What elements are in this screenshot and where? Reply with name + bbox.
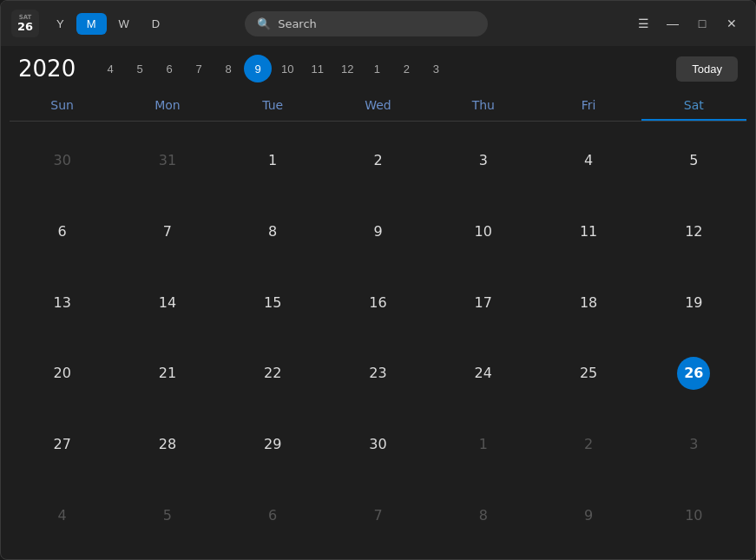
calendar-cell[interactable]: 5 — [115, 479, 220, 550]
calendar-cell[interactable]: 18 — [536, 267, 641, 338]
month-tab-6[interactable]: 6 — [155, 55, 183, 82]
calendar-cell[interactable]: 4 — [10, 479, 115, 550]
calendar-cell[interactable]: 24 — [431, 338, 536, 409]
calendar-cell[interactable]: 14 — [115, 267, 220, 338]
search-icon: 🔍 — [257, 17, 271, 30]
calendar-cell[interactable]: 6 — [220, 479, 325, 550]
minimize-button[interactable]: — — [660, 13, 686, 34]
calendar-cell[interactable]: 9 — [536, 479, 641, 550]
close-button[interactable]: ✕ — [719, 13, 745, 34]
calendar-cell[interactable]: 21 — [115, 338, 220, 409]
calendar-cell[interactable]: 29 — [220, 409, 325, 480]
month-tab-1[interactable]: 1 — [363, 55, 391, 82]
day-number: 10 — [677, 498, 710, 531]
app-window: SAT 26 YMWD 🔍 Search ☰ — □ ✕ 2020 456789… — [0, 0, 756, 560]
calendar-cell[interactable]: 23 — [325, 338, 431, 409]
search-label: Search — [278, 17, 317, 30]
calendar-cell[interactable]: 30 — [325, 409, 431, 480]
year-label: 2020 — [18, 56, 88, 82]
month-tab-9[interactable]: 9 — [244, 55, 272, 82]
calendar-cell[interactable]: 15 — [220, 267, 325, 338]
view-btn-week[interactable]: W — [108, 13, 140, 35]
day-number: 13 — [46, 286, 79, 319]
calendar-grid: 3031123456789101112131415161718192021222… — [10, 125, 746, 550]
calendar-cell[interactable]: 2 — [325, 125, 431, 196]
month-tab-12[interactable]: 12 — [333, 55, 361, 82]
calendar-cell[interactable]: 1 — [220, 125, 325, 196]
day-number: 22 — [256, 357, 289, 390]
calendar-cell[interactable]: 9 — [325, 196, 431, 267]
app-icon: SAT 26 — [11, 10, 39, 37]
day-number: 28 — [151, 427, 184, 460]
calendar-cell[interactable]: 10 — [641, 479, 746, 550]
calendar-cell[interactable]: 11 — [536, 196, 641, 267]
day-number: 29 — [256, 427, 289, 460]
month-tab-3[interactable]: 3 — [422, 55, 450, 82]
month-tab-7[interactable]: 7 — [185, 55, 213, 82]
calendar-cell[interactable]: 27 — [10, 409, 115, 480]
day-number: 9 — [361, 214, 394, 247]
calendar-cell[interactable]: 6 — [10, 196, 115, 267]
maximize-button[interactable]: □ — [689, 13, 715, 34]
day-header-thu: Thu — [431, 91, 536, 121]
calendar-day-number: 26 — [17, 21, 33, 32]
day-number: 10 — [467, 214, 500, 247]
calendar-cell[interactable]: 31 — [115, 125, 220, 196]
calendar-cell[interactable]: 4 — [536, 125, 641, 196]
calendar-cell[interactable]: 30 — [10, 125, 115, 196]
day-number: 2 — [361, 144, 394, 177]
day-number: 21 — [151, 357, 184, 390]
month-tab-4[interactable]: 4 — [96, 55, 124, 82]
calendar-cell[interactable]: 17 — [431, 267, 536, 338]
day-number: 8 — [467, 498, 500, 531]
day-number: 30 — [46, 144, 79, 177]
day-number: 24 — [467, 357, 500, 390]
calendar-cell[interactable]: 7 — [115, 196, 220, 267]
day-number: 7 — [151, 214, 184, 247]
calendar-cell[interactable]: 19 — [641, 267, 746, 338]
day-number: 4 — [46, 498, 79, 531]
month-tab-2[interactable]: 2 — [392, 55, 420, 82]
calendar-cell[interactable]: 13 — [10, 267, 115, 338]
day-number: 20 — [46, 357, 79, 390]
calendar-cell[interactable]: 3 — [431, 125, 536, 196]
search-bar[interactable]: 🔍 Search — [245, 11, 488, 36]
calendar-cell[interactable]: 12 — [641, 196, 746, 267]
today-button[interactable]: Today — [676, 56, 738, 82]
view-btn-day[interactable]: D — [141, 13, 170, 35]
calendar-cell[interactable]: 26 — [641, 338, 746, 409]
menu-button[interactable]: ☰ — [630, 13, 656, 34]
calendar-cell[interactable]: 25 — [536, 338, 641, 409]
day-number: 4 — [572, 144, 605, 177]
month-tab-5[interactable]: 5 — [126, 55, 154, 82]
day-number: 17 — [467, 286, 500, 319]
day-number: 1 — [467, 427, 500, 460]
day-number: 25 — [572, 357, 605, 390]
calendar-cell[interactable]: 8 — [220, 196, 325, 267]
calendar-cell[interactable]: 5 — [641, 125, 746, 196]
month-tab-8[interactable]: 8 — [214, 55, 242, 82]
calendar-cell[interactable]: 2 — [536, 409, 641, 480]
day-number: 31 — [151, 144, 184, 177]
month-tabs: 456789101112123 — [96, 55, 667, 82]
calendar-cell[interactable]: 28 — [115, 409, 220, 480]
day-number: 30 — [361, 427, 394, 460]
day-number: 11 — [572, 214, 605, 247]
day-number: 19 — [677, 286, 710, 319]
calendar-cell[interactable]: 1 — [431, 409, 536, 480]
day-number: 6 — [46, 214, 79, 247]
calendar-cell[interactable]: 8 — [431, 479, 536, 550]
calendar-cell[interactable]: 3 — [641, 409, 746, 480]
view-btn-year[interactable]: Y — [46, 13, 75, 35]
day-header-wed: Wed — [325, 91, 431, 121]
day-number: 5 — [677, 144, 710, 177]
calendar-cell[interactable]: 7 — [325, 479, 431, 550]
calendar-cell[interactable]: 20 — [10, 338, 115, 409]
window-controls: ☰ — □ ✕ — [630, 13, 745, 34]
month-tab-11[interactable]: 11 — [303, 55, 331, 82]
calendar-cell[interactable]: 16 — [325, 267, 431, 338]
calendar-cell[interactable]: 10 — [431, 196, 536, 267]
month-tab-10[interactable]: 10 — [273, 55, 301, 82]
calendar-cell[interactable]: 22 — [220, 338, 325, 409]
view-btn-month[interactable]: M — [76, 13, 107, 35]
